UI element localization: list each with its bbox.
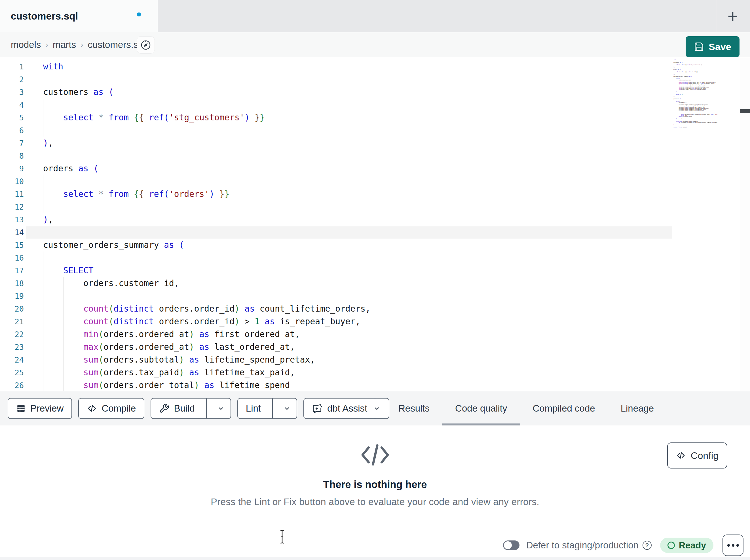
ellipsis-icon: [732, 544, 734, 547]
chevron-down-icon: [283, 405, 291, 412]
code-editor[interactable]: 1234567891011121314151617181920212223242…: [0, 57, 750, 391]
new-tab-button[interactable]: [725, 8, 741, 24]
config-button-label: Config: [691, 450, 718, 461]
scrollbar-thumb[interactable]: [741, 109, 750, 113]
code-content[interactable]: with customers as ( select * from {{ ref…: [43, 60, 371, 391]
editor-scrollbar[interactable]: [740, 57, 750, 391]
ide-status-badge[interactable]: Ready: [660, 538, 713, 553]
chat-sparkle-icon: [312, 403, 323, 414]
build-dropdown-button[interactable]: [211, 405, 231, 412]
tab-lineage[interactable]: Lineage: [608, 391, 667, 426]
more-options-button[interactable]: [723, 535, 744, 556]
button-divider: [206, 398, 207, 418]
breadcrumb-models[interactable]: models: [11, 39, 41, 50]
breadcrumb-marts[interactable]: marts: [53, 39, 76, 50]
dbt-assist-button[interactable]: dbt Assist: [303, 398, 389, 419]
empty-state-subtitle: Press the Lint or Fix button above to ev…: [0, 496, 750, 507]
save-button[interactable]: Save: [686, 36, 739, 57]
ellipsis-icon: [727, 544, 730, 547]
button-divider: [272, 398, 273, 418]
ide-status-label: Ready: [679, 540, 706, 551]
defer-label: Defer to staging/production: [526, 540, 638, 551]
tab-compiled-code[interactable]: Compiled code: [520, 391, 608, 426]
window-bottom-edge: [0, 557, 750, 560]
chevron-down-icon: [217, 405, 225, 412]
build-button[interactable]: Build: [151, 398, 231, 419]
toggle-knob: [504, 541, 512, 549]
tab-code-quality[interactable]: Code quality: [442, 391, 520, 426]
results-panel-tabs: Results Code quality Compiled code Linea…: [386, 391, 667, 426]
lint-button[interactable]: Lint: [237, 398, 297, 419]
breadcrumb-separator: ›: [81, 40, 83, 49]
plus-icon: [726, 10, 739, 23]
unsaved-changes-dot-icon: [137, 13, 141, 16]
breadcrumb-separator: ›: [45, 40, 48, 49]
chevron-down-icon: [373, 405, 381, 412]
tab-results[interactable]: Results: [386, 391, 442, 426]
editor-toolbar: Preview Compile Build: [0, 391, 750, 426]
code-icon: [87, 403, 97, 414]
dbt-assist-button-label: dbt Assist: [327, 403, 367, 414]
wrench-icon: [159, 403, 169, 414]
lint-button-label: Lint: [246, 403, 261, 414]
question-circle-icon[interactable]: ?: [643, 541, 652, 550]
empty-state-title: There is nothing here: [0, 479, 750, 491]
toolbar-buttons: Preview Compile Build: [8, 398, 389, 419]
status-bar: Defer to staging/production ? Ready: [0, 532, 750, 560]
minimap-content: with customers as ( select * from {{ ref…: [673, 60, 717, 128]
config-button[interactable]: Config: [667, 442, 727, 469]
file-navigate-button[interactable]: [137, 36, 155, 54]
status-ring-icon: [668, 542, 675, 549]
table-icon: [16, 403, 26, 413]
code-icon: [676, 451, 686, 460]
lint-dropdown-button[interactable]: [277, 405, 297, 412]
ellipsis-icon: [736, 544, 739, 547]
compass-icon: [140, 39, 152, 51]
code-quality-panel: There is nothing here Press the Lint or …: [0, 426, 750, 532]
compile-button[interactable]: Compile: [78, 398, 144, 419]
build-button-label: Build: [174, 403, 195, 414]
breadcrumb-bar: models › marts › customers.sql: [0, 32, 750, 57]
preview-button-label: Preview: [30, 403, 63, 414]
file-tab-customers-sql[interactable]: customers.sql: [0, 0, 158, 32]
line-number-gutter: 1234567891011121314151617181920212223242…: [0, 60, 24, 391]
status-bar-controls: Defer to staging/production ? Ready: [503, 534, 744, 557]
save-button-label: Save: [709, 41, 731, 53]
dbt-ide-window: customers.sql models › marts › customers…: [0, 0, 750, 560]
preview-button[interactable]: Preview: [8, 398, 72, 419]
code-icon: [0, 443, 750, 467]
tab-strip: customers.sql: [0, 0, 750, 32]
breadcrumb: models › marts › customers.sql: [11, 32, 145, 57]
file-tab-title: customers.sql: [11, 0, 78, 32]
floppy-icon: [694, 42, 704, 52]
defer-toggle[interactable]: [503, 540, 519, 550]
minimap[interactable]: with customers as ( select * from {{ ref…: [673, 60, 717, 129]
compile-button-label: Compile: [101, 403, 136, 414]
